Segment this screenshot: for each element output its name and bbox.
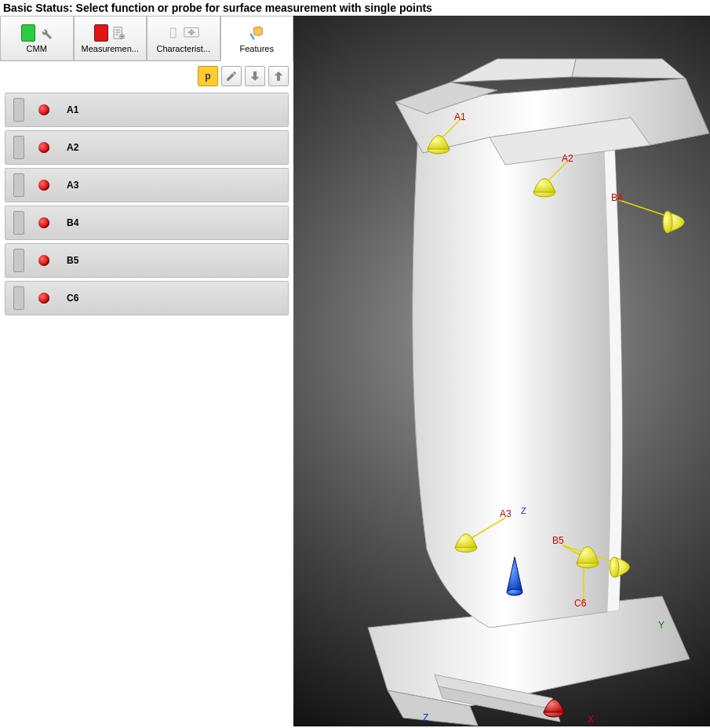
drag-handle-icon[interactable] bbox=[13, 286, 24, 310]
feature-label: A3 bbox=[67, 180, 78, 191]
tab-label: Measuremen... bbox=[82, 44, 139, 53]
status-dot-icon bbox=[38, 255, 49, 266]
tab-label: Characterist... bbox=[157, 44, 210, 53]
drag-handle-icon[interactable] bbox=[13, 98, 24, 122]
feature-label: A1 bbox=[67, 104, 78, 115]
axis-y-label: Y bbox=[658, 620, 664, 631]
drag-handle-icon[interactable] bbox=[13, 249, 24, 272]
probe-cone-b4 bbox=[663, 211, 684, 233]
feature-label: A2 bbox=[67, 142, 78, 153]
feature-list: A1 A2 A3 B4 B5 bbox=[0, 91, 293, 320]
axis-z-label-small: Z bbox=[521, 506, 526, 515]
features-icon bbox=[248, 24, 265, 42]
axis-x-label: X bbox=[588, 714, 594, 725]
axis-z-label: Z bbox=[423, 712, 428, 723]
tab-measurement[interactable]: Measuremen... bbox=[74, 16, 147, 60]
move-down-button[interactable] bbox=[245, 66, 265, 86]
feature-item[interactable]: B5 bbox=[5, 243, 289, 278]
status-text: Basic Status: Select function or probe f… bbox=[3, 2, 432, 14]
status-bar: Basic Status: Select function or probe f… bbox=[0, 0, 710, 16]
feature-label: B5 bbox=[67, 255, 78, 266]
svg-rect-2 bbox=[116, 32, 121, 33]
svg-point-18 bbox=[663, 211, 672, 233]
document-icon bbox=[111, 25, 126, 41]
feature-label: C6 bbox=[67, 293, 78, 304]
main-area: CMM Measuremen... bbox=[0, 16, 710, 726]
wrench-icon bbox=[38, 26, 53, 40]
arrow-down-icon bbox=[249, 70, 261, 82]
measurement-status-red-icon bbox=[94, 24, 108, 42]
features-toolbar: p bbox=[0, 61, 293, 91]
svg-point-21 bbox=[610, 557, 619, 577]
drag-handle-icon[interactable] bbox=[13, 173, 24, 197]
p-button[interactable]: p bbox=[198, 66, 218, 86]
target-icon bbox=[184, 27, 199, 39]
arrow-up-icon bbox=[272, 70, 285, 82]
flag-icon bbox=[168, 25, 180, 41]
status-dot-icon bbox=[38, 104, 49, 115]
drag-handle-icon[interactable] bbox=[13, 136, 24, 159]
tab-cmm[interactable]: CMM bbox=[0, 16, 74, 60]
status-dot-icon bbox=[38, 217, 49, 228]
left-panel: CMM Measuremen... bbox=[0, 16, 293, 726]
tab-bar: CMM Measuremen... bbox=[0, 16, 293, 61]
tab-label: Features bbox=[240, 44, 274, 53]
status-dot-icon bbox=[38, 293, 49, 304]
move-up-button[interactable] bbox=[268, 66, 289, 86]
svg-point-22 bbox=[507, 589, 522, 595]
tab-label: CMM bbox=[27, 44, 47, 53]
p-label: p bbox=[205, 71, 210, 82]
feature-item[interactable]: A3 bbox=[5, 168, 289, 202]
tab-features[interactable]: Features bbox=[220, 16, 294, 61]
status-dot-icon bbox=[38, 142, 49, 153]
3d-model-svg bbox=[293, 16, 710, 726]
svg-rect-1 bbox=[116, 30, 121, 31]
drag-handle-icon[interactable] bbox=[13, 211, 24, 235]
cmm-status-green-icon bbox=[21, 24, 35, 42]
feature-item[interactable]: C6 bbox=[5, 281, 289, 315]
svg-rect-5 bbox=[170, 28, 176, 38]
svg-rect-3 bbox=[116, 35, 119, 35]
feature-item[interactable]: A2 bbox=[5, 130, 289, 165]
status-dot-icon bbox=[38, 180, 49, 191]
3d-viewport[interactable]: A1 A2 A3 B4 B5 C6 X Y Z Z bbox=[293, 16, 710, 726]
feature-item[interactable]: B4 bbox=[5, 206, 289, 240]
pencil-icon bbox=[225, 70, 238, 82]
feature-label: B4 bbox=[67, 217, 78, 228]
feature-item[interactable]: A1 bbox=[5, 93, 289, 127]
probe-cone-c6 bbox=[610, 557, 630, 577]
tab-characteristics[interactable]: Characterist... bbox=[147, 16, 220, 60]
edit-button[interactable] bbox=[221, 66, 242, 86]
